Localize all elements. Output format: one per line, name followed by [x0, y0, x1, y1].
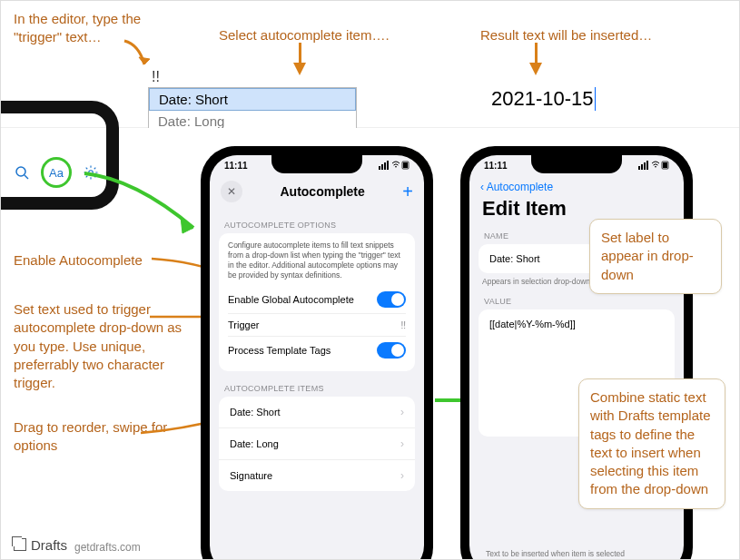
svg-rect-9: [381, 164, 383, 170]
items-list: Date: Short› Date: Long› Signature›: [219, 397, 415, 491]
chevron-right-icon: ›: [400, 469, 404, 482]
field-header-value: VALUE: [469, 295, 684, 309]
svg-rect-10: [384, 162, 386, 170]
back-link-label: Autocomplete: [487, 181, 553, 193]
arrow-aa-to-settings: [81, 170, 208, 242]
svg-rect-11: [387, 161, 389, 170]
row-tags-label: Process Template Tags: [228, 345, 331, 356]
value-field-hint: Text to be inserted when item is selecte…: [473, 545, 637, 560]
aa-settings-button[interactable]: Aa: [41, 157, 72, 188]
svg-rect-17: [641, 164, 643, 170]
status-indicators: [638, 161, 669, 172]
list-item-date-short[interactable]: Date: Short›: [219, 397, 415, 428]
svg-line-2: [25, 175, 28, 179]
row-enable-label: Enable Global Autocomplete: [228, 294, 354, 305]
arrow-to-result: [529, 43, 542, 75]
chevron-right-icon: ›: [400, 406, 404, 418]
row-trigger[interactable]: Trigger !!: [228, 313, 406, 336]
svg-rect-16: [638, 166, 640, 170]
section-header-options: AUTOCOMPLETE OPTIONS: [210, 208, 424, 233]
phone-notch: [271, 155, 362, 173]
section-header-items: AUTOCOMPLETE ITEMS: [210, 371, 424, 397]
svg-marker-0: [139, 57, 150, 64]
bubble-set-label: Set label to appear in drop-down: [589, 219, 722, 294]
options-card: Configure autocomplete items to fill tex…: [219, 233, 415, 371]
list-item-label: Signature: [230, 470, 272, 481]
row-process-tags: Process Template Tags: [228, 336, 406, 364]
autocomplete-dropdown[interactable]: Date: Short Date: Long: [148, 87, 357, 133]
footer: Drafts getdrafts.com: [14, 537, 141, 555]
screen-title: Autocomplete: [280, 184, 364, 199]
status-time: 11:11: [484, 161, 508, 172]
editor-dropdown-demo: !! Date: Short Date: Long: [148, 69, 357, 133]
list-item-label: Date: Short: [230, 407, 281, 418]
row-trigger-value: !!: [400, 320, 406, 330]
svg-rect-21: [663, 162, 667, 168]
drafts-logo-icon: [14, 538, 26, 551]
svg-rect-8: [379, 166, 380, 170]
svg-point-1: [16, 167, 25, 176]
name-field-value: Date: Short: [489, 253, 540, 264]
callout-enable-autocomplete: Enable Autocomplete: [14, 251, 143, 270]
chevron-right-icon: ›: [400, 437, 404, 450]
options-description: Configure autocomplete items to fill tex…: [228, 241, 406, 280]
phone-notch: [531, 155, 622, 173]
aa-label: Aa: [49, 166, 64, 180]
add-button[interactable]: +: [402, 182, 413, 202]
toggle-enable-global[interactable]: [377, 291, 406, 308]
back-link[interactable]: ‹ Autocomplete: [469, 172, 684, 195]
bubble-template-tags: Combine static text with Drafts template…: [578, 378, 725, 509]
svg-rect-18: [644, 162, 646, 170]
footer-url: getdrafts.com: [74, 541, 141, 554]
main-diagram: Aa Enable Autocomplete Set text used to …: [1, 128, 739, 560]
row-trigger-label: Trigger: [228, 319, 259, 330]
toggle-process-tags[interactable]: [377, 342, 406, 359]
close-button[interactable]: ✕: [221, 181, 242, 202]
svg-rect-13: [403, 162, 408, 168]
inserted-result-text: 2021-10-15: [491, 87, 596, 111]
value-field-value: [[date|%Y-%m-%d]]: [489, 319, 576, 329]
list-item-label: Date: Long: [230, 438, 279, 449]
brand: Drafts: [14, 537, 67, 553]
status-indicators: [379, 161, 409, 172]
list-item-date-long[interactable]: Date: Long›: [219, 428, 415, 460]
typed-trigger: !!: [148, 69, 357, 85]
phone-autocomplete-settings: 11:11 ✕ Autocomplete + AUTOCOMPLETE OPTI…: [201, 146, 433, 560]
brand-name: Drafts: [31, 537, 67, 553]
svg-rect-19: [646, 161, 648, 170]
search-icon[interactable]: [12, 162, 32, 182]
callout-result: Result text will be inserted…: [480, 26, 652, 44]
row-enable-global: Enable Global Autocomplete: [228, 286, 406, 313]
status-time: 11:11: [224, 161, 248, 172]
dropdown-item-date-short[interactable]: Date: Short: [149, 88, 356, 111]
nav-bar: ✕ Autocomplete +: [210, 172, 424, 208]
list-item-signature[interactable]: Signature›: [219, 460, 415, 491]
